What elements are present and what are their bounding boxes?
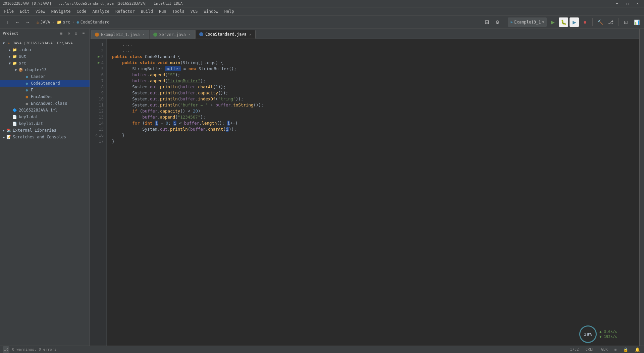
status-right: 17:2 CRLF GBK ⊞ 🔒 🔔: [569, 347, 641, 352]
breadcrumb-java[interactable]: ☕ JAVA: [36, 19, 50, 25]
tree-item-keylb1[interactable]: ▶ 📄 keylb1.dat: [0, 120, 90, 127]
tree-item-key1[interactable]: ▶ 📄 key1.dat: [0, 114, 90, 120]
toolbar-forward-icon[interactable]: →: [23, 17, 32, 27]
file-label[interactable]: CodeStandard: [80, 20, 110, 25]
iml-icon: 🔷: [12, 107, 17, 113]
breadcrumb-file[interactable]: ● CodeStandard: [77, 20, 110, 25]
tree-item-encanddec-class[interactable]: ▶ ■ EncAndDec.class: [0, 100, 90, 107]
title-text: 20165228JAVA [D:\JAVA] – ...\src\CodeSta…: [3, 1, 182, 6]
src-label[interactable]: src: [63, 20, 70, 25]
line-num-6: 6: [90, 72, 106, 78]
status-messages: 0 warnings, 0 errors: [12, 347, 56, 352]
build-button[interactable]: 🔨: [595, 17, 605, 27]
line-ending[interactable]: CRLF: [584, 347, 596, 352]
fold-icon-16[interactable]: ⊖: [96, 132, 98, 138]
maximize-button[interactable]: □: [624, 1, 631, 6]
cursor-position[interactable]: 17:2: [569, 347, 580, 352]
main-content: Project ⊞ ⚙ ⊡ ≡ ▼ ☕ JAVA [20165228JAVA] …: [0, 29, 644, 346]
tree-item-encanddec[interactable]: ▶ ■ EncAndDec: [0, 93, 90, 100]
line-num-11: 11: [90, 102, 106, 108]
tree-item-ext-libs[interactable]: ▶ 📚 External Libraries: [0, 127, 90, 134]
breadcrumb-src[interactable]: 📁 src: [57, 20, 70, 25]
menu-help[interactable]: Help: [222, 8, 237, 14]
tabs-bar: Example13_1.java ✕ Server.java ✕ CodeSta…: [90, 29, 639, 39]
stop-button[interactable]: ■: [580, 17, 590, 27]
menu-analyze[interactable]: Analyze: [90, 8, 112, 14]
java-label[interactable]: JAVA: [40, 20, 50, 25]
lock-icon[interactable]: 🔒: [622, 347, 630, 352]
minimize-button[interactable]: ─: [613, 1, 621, 6]
line-num-3: ▶ 3: [90, 54, 106, 60]
tab-server[interactable]: Server.java ✕: [150, 30, 195, 39]
tree-item-iml[interactable]: ▶ 🔷 20165228JAVA.iml: [0, 107, 90, 114]
tab-close-server[interactable]: ✕: [188, 33, 191, 36]
code-editor[interactable]: 1 2 ▶ 3 ▶ 4 5 6 7 8 9 10 11 12 13 14: [90, 39, 639, 346]
tab-close-example13[interactable]: ✕: [142, 33, 145, 36]
vcs-icon[interactable]: ⎇: [3, 346, 9, 353]
tree-label-e: E: [31, 88, 33, 92]
cpu-percent: 39%: [584, 332, 592, 337]
run-config-selector[interactable]: ▶ Example13_1 ▼: [508, 17, 547, 27]
indent-display[interactable]: ⊞: [613, 348, 618, 351]
run-button[interactable]: ▶: [548, 17, 557, 27]
tree-item-scratches[interactable]: ▶ 📝 Scratches and Consoles: [0, 134, 90, 140]
tree-item-java-root[interactable]: ▼ ☕ JAVA [20165228JAVA] D:\JAVA: [0, 40, 90, 46]
editor-area: Example13_1.java ✕ Server.java ✕ CodeSta…: [90, 29, 639, 346]
tree-item-out[interactable]: ▶ 📁 out: [0, 53, 90, 60]
line-num-16: ⊖ 16: [90, 132, 106, 138]
terminal-button[interactable]: ⊡: [621, 17, 631, 27]
toolbar-settings-icon[interactable]: ⚙: [493, 17, 502, 27]
tree-item-codestandard[interactable]: ▶ ● CodeStandard: [0, 80, 90, 87]
toolbar-search-icon[interactable]: ⊞: [482, 17, 491, 27]
tab-label-server: Server.java: [159, 32, 186, 37]
menu-refactor[interactable]: Refactor: [113, 8, 138, 14]
cpu-circle[interactable]: 39%: [579, 325, 597, 343]
close-button[interactable]: ✕: [634, 1, 641, 6]
menu-file[interactable]: File: [1, 8, 16, 14]
tab-icon-cs: [199, 32, 203, 36]
tree-item-chapter13[interactable]: ▼ 📦 chapter13: [0, 67, 90, 73]
sidebar-expand-icon[interactable]: ⊡: [73, 30, 79, 37]
folder-icon: 📁: [57, 20, 62, 25]
menu-edit[interactable]: Edit: [17, 8, 32, 14]
sidebar-gear-icon[interactable]: ⚙: [65, 30, 72, 37]
tree-item-idea[interactable]: ▶ 📁 .idea: [0, 46, 90, 53]
line-num-4: ▶ 4: [90, 60, 106, 66]
encoding[interactable]: GBK: [600, 347, 609, 352]
menu-tools[interactable]: Tools: [170, 8, 187, 14]
menu-navigate[interactable]: Navigate: [49, 8, 73, 14]
line-num-12: 12: [90, 108, 106, 114]
menu-view[interactable]: View: [33, 8, 48, 14]
tree-item-caeser[interactable]: ▶ ● Caeser: [0, 73, 90, 80]
tab-icon-example13: [95, 33, 99, 37]
tab-codestandard[interactable]: CodeStandard.java ✕: [196, 30, 256, 39]
network-info: ▲ 3.6k/s ▼ 192k/s: [599, 329, 617, 339]
tree-label-k1: key1.dat: [19, 115, 38, 119]
folder-icon-src: 📁: [12, 60, 17, 66]
tree-item-src[interactable]: ▼ 📁 src: [0, 60, 90, 67]
tree-label: JAVA [20165228JAVA] D:\JAVA: [13, 41, 73, 45]
toolbar-back-icon[interactable]: ←: [13, 17, 22, 27]
notification-icon[interactable]: 🔔: [634, 347, 641, 352]
menu-build[interactable]: Build: [138, 8, 156, 14]
debug-arrow-4: ▶: [98, 60, 100, 66]
tab-example13[interactable]: Example13_1.java ✕: [91, 30, 149, 39]
breadcrumb: ☕ JAVA › 📁 src › ● CodeStandard: [36, 19, 109, 25]
menu-code[interactable]: Code: [74, 8, 89, 14]
expand-arrow-ch13: ▼: [13, 68, 18, 72]
package-icon-ch13: 📦: [18, 67, 23, 73]
code-content[interactable]: .... .... public class CodeStandard { pu…: [107, 39, 639, 346]
coverage-button[interactable]: ▶: [570, 17, 579, 27]
sidebar-collapse-icon[interactable]: ≡: [80, 30, 87, 37]
menu-vcs[interactable]: VCS: [188, 8, 201, 14]
menu-run[interactable]: Run: [156, 8, 169, 14]
up-arrow: ▲: [599, 329, 602, 334]
tree-item-e[interactable]: ▶ ● E: [0, 87, 90, 93]
structure-button[interactable]: 📊: [632, 17, 641, 27]
git-button[interactable]: ⎇: [606, 17, 615, 27]
sidebar-scope-icon[interactable]: ⊞: [58, 30, 65, 37]
tab-close-cs[interactable]: ✕: [249, 33, 252, 36]
toolbar-columns-icon[interactable]: ⫿: [3, 17, 12, 27]
menu-window[interactable]: Window: [201, 8, 221, 14]
debug-button[interactable]: 🐛: [559, 17, 568, 27]
